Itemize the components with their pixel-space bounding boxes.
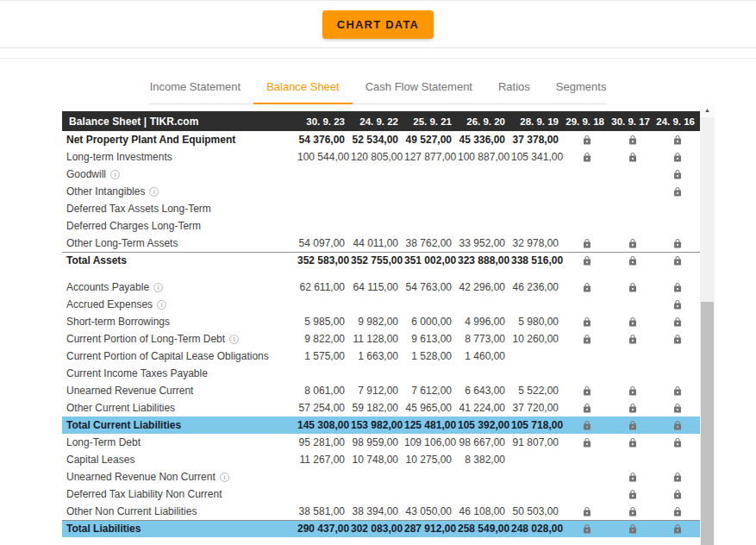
table-row[interactable]: Current Portion of Long-Term Debti9 822,… <box>62 330 700 348</box>
lock-cell[interactable] <box>564 417 609 434</box>
table-row[interactable]: Current Portion of Capital Lease Obligat… <box>62 348 700 365</box>
table-row[interactable]: Long-Term Debt95 281,0098 959,00109 106,… <box>62 434 700 451</box>
table-row[interactable]: Other Intangiblesi <box>62 183 700 200</box>
table-row[interactable]: Current Income Taxes Payable <box>62 365 700 382</box>
info-icon[interactable]: i <box>153 283 163 292</box>
table-row[interactable]: Deferred Charges Long-Term <box>62 217 700 235</box>
table-row[interactable]: Short-term Borrowings5 985,009 982,006 0… <box>62 313 700 330</box>
lock-cell[interactable] <box>609 468 655 485</box>
lock-cell[interactable] <box>655 148 700 166</box>
lock-cell[interactable] <box>609 235 655 252</box>
lock-cell[interactable] <box>609 330 655 348</box>
lock-icon[interactable] <box>582 238 592 249</box>
tab-segments[interactable]: Segments <box>543 72 620 103</box>
lock-cell[interactable] <box>564 252 609 269</box>
lock-cell[interactable] <box>609 313 655 330</box>
lock-cell[interactable] <box>655 313 700 330</box>
lock-cell[interactable] <box>655 131 700 148</box>
lock-icon[interactable] <box>628 282 638 293</box>
lock-cell[interactable] <box>655 382 700 399</box>
lock-icon[interactable] <box>582 334 592 345</box>
lock-cell[interactable] <box>609 503 655 520</box>
lock-icon[interactable] <box>628 523 638 535</box>
lock-icon[interactable] <box>672 489 683 500</box>
lock-icon[interactable] <box>628 385 638 397</box>
lock-cell[interactable] <box>655 434 700 451</box>
lock-icon[interactable] <box>672 282 683 293</box>
lock-icon[interactable] <box>628 152 638 163</box>
lock-cell[interactable] <box>564 279 609 296</box>
lock-cell[interactable] <box>564 503 609 520</box>
lock-icon[interactable] <box>672 316 683 328</box>
lock-cell[interactable] <box>609 434 655 451</box>
table-row[interactable]: Total Assets352 583,00352 755,00351 002,… <box>62 252 700 269</box>
lock-icon[interactable] <box>672 299 683 310</box>
lock-cell[interactable] <box>655 166 700 183</box>
lock-icon[interactable] <box>582 385 592 397</box>
lock-cell[interactable] <box>655 330 700 348</box>
lock-icon[interactable] <box>582 437 592 448</box>
lock-icon[interactable] <box>628 403 638 414</box>
lock-cell[interactable] <box>609 252 655 269</box>
lock-icon[interactable] <box>628 420 638 431</box>
lock-icon[interactable] <box>628 316 638 328</box>
lock-icon[interactable] <box>672 506 683 517</box>
info-icon[interactable]: i <box>149 187 159 197</box>
lock-cell[interactable] <box>609 131 655 148</box>
lock-icon[interactable] <box>672 385 683 397</box>
lock-cell[interactable] <box>655 183 700 200</box>
vertical-scrollbar[interactable]: ▲ <box>700 103 715 545</box>
chart-data-button[interactable]: CHART DATA <box>322 10 434 39</box>
lock-cell[interactable] <box>564 131 609 148</box>
lock-icon[interactable] <box>582 255 592 266</box>
scrollbar-thumb[interactable] <box>701 302 714 545</box>
lock-cell[interactable] <box>655 503 700 520</box>
lock-cell[interactable] <box>655 296 700 313</box>
lock-icon[interactable] <box>672 437 683 448</box>
lock-cell[interactable] <box>564 235 609 252</box>
scroll-up-arrow-icon[interactable]: ▲ <box>700 103 715 117</box>
lock-icon[interactable] <box>582 282 592 293</box>
lock-cell[interactable] <box>655 520 700 537</box>
lock-icon[interactable] <box>672 152 683 163</box>
lock-cell[interactable] <box>609 417 655 434</box>
table-row[interactable]: Total Liabilities290 437,00302 083,00287… <box>62 520 700 537</box>
lock-cell[interactable] <box>564 434 609 451</box>
lock-icon[interactable] <box>582 506 592 517</box>
lock-icon[interactable] <box>672 135 683 146</box>
lock-icon[interactable] <box>582 135 592 146</box>
lock-cell[interactable] <box>564 382 609 399</box>
lock-cell[interactable] <box>564 148 609 166</box>
lock-cell[interactable] <box>564 399 609 417</box>
lock-icon[interactable] <box>582 403 592 414</box>
table-row[interactable]: Unearned Revenue Current8 061,007 912,00… <box>62 382 700 399</box>
table-row[interactable]: Other Non Current Liabilities38 581,0038… <box>62 503 700 520</box>
lock-icon[interactable] <box>628 334 638 345</box>
lock-cell[interactable] <box>564 313 609 330</box>
lock-icon[interactable] <box>582 316 592 328</box>
tab-income-statement[interactable]: Income Statement <box>137 72 254 103</box>
table-row[interactable]: Other Long-Term Assets54 097,0044 011,00… <box>62 235 700 252</box>
info-icon[interactable]: i <box>110 170 120 179</box>
lock-cell[interactable] <box>609 520 655 537</box>
lock-icon[interactable] <box>672 523 683 535</box>
lock-cell[interactable] <box>609 399 655 417</box>
lock-cell[interactable] <box>655 485 700 503</box>
lock-cell[interactable] <box>609 485 655 503</box>
lock-cell[interactable] <box>655 252 700 269</box>
lock-cell[interactable] <box>609 382 655 399</box>
lock-icon[interactable] <box>582 420 592 431</box>
lock-icon[interactable] <box>672 186 683 197</box>
lock-cell[interactable] <box>655 279 700 296</box>
table-row[interactable]: Goodwilli <box>62 166 700 183</box>
tab-ratios[interactable]: Ratios <box>485 72 543 103</box>
lock-cell[interactable] <box>564 330 609 348</box>
table-row[interactable]: Unearned Revenue Non Currenti <box>62 468 700 485</box>
lock-cell[interactable] <box>655 235 700 252</box>
lock-icon[interactable] <box>628 238 638 249</box>
table-row[interactable]: Deferred Tax Assets Long-Term <box>62 200 700 217</box>
lock-cell[interactable] <box>609 279 655 296</box>
lock-icon[interactable] <box>672 403 683 414</box>
lock-icon[interactable] <box>672 334 683 345</box>
lock-icon[interactable] <box>628 255 638 266</box>
